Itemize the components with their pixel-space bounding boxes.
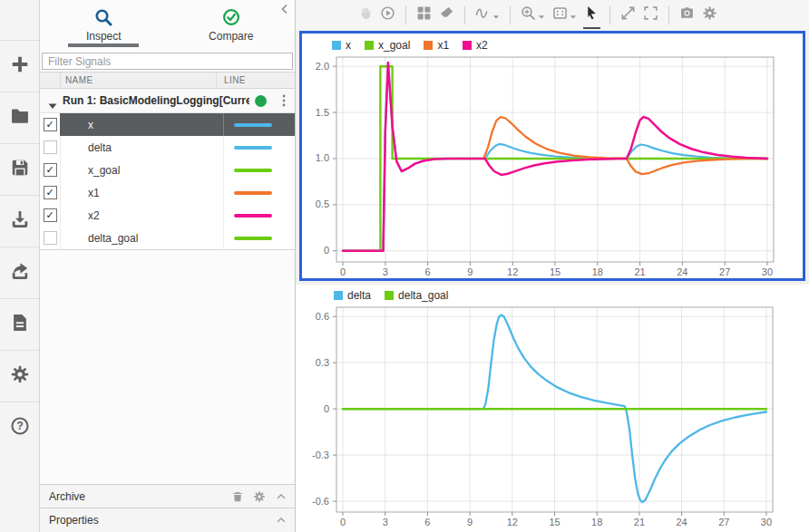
save-button[interactable] <box>0 143 39 195</box>
x-tick-label: 9 <box>467 266 473 277</box>
x-tick-label: 3 <box>383 517 388 527</box>
properties-section-header[interactable]: Properties <box>40 508 295 532</box>
signal-name: delta <box>88 141 112 154</box>
signal-wave-button[interactable] <box>472 3 503 27</box>
properties-collapse-icon[interactable] <box>275 514 288 527</box>
archive-label: Archive <box>49 490 85 503</box>
replay-button[interactable] <box>376 3 399 27</box>
y-tick-label: 0 <box>324 403 329 414</box>
dropdown-caret-icon[interactable] <box>538 7 545 24</box>
filter-signals-input[interactable] <box>42 53 293 70</box>
column-name[interactable]: NAME <box>60 73 216 88</box>
run-label: Run 1: BasicModelingLogging[Current] <box>63 94 249 107</box>
top-subplot-panel[interactable]: xx_goalx1x2 03691215182124273000.51.01.5… <box>299 31 805 281</box>
legend-item-x1: x1 <box>424 39 449 52</box>
signal-checkbox[interactable]: ✓ <box>44 208 57 222</box>
signal-checkbox[interactable] <box>44 140 57 154</box>
pointer-icon <box>584 5 599 24</box>
dropdown-caret-icon[interactable] <box>492 7 500 24</box>
layout-icon <box>416 5 432 24</box>
legend-swatch-icon <box>424 41 433 50</box>
settings-gear-button[interactable] <box>698 3 721 27</box>
zoom-in-button[interactable] <box>517 3 549 27</box>
x-tick-label: 21 <box>634 266 645 277</box>
clear-button[interactable] <box>435 3 458 27</box>
settings-gear-icon <box>702 5 717 24</box>
fullscreen-button[interactable] <box>639 3 662 27</box>
fullscreen-icon <box>643 5 658 24</box>
preferences-button[interactable] <box>0 350 39 401</box>
import-button[interactable] <box>0 195 39 247</box>
run-header-row[interactable]: Run 1: BasicModelingLogging[Current] <box>40 89 295 113</box>
pan-button <box>354 3 376 27</box>
fit-to-view-button[interactable] <box>549 3 580 27</box>
open-icon <box>10 106 30 130</box>
help-button[interactable]: ? <box>0 401 39 453</box>
app-toolstrip: ? <box>0 0 40 532</box>
signal-checkbox[interactable]: ✓ <box>44 186 57 199</box>
dropdown-caret-icon[interactable] <box>570 7 577 24</box>
open-button[interactable] <box>0 92 39 143</box>
snapshot-button[interactable] <box>676 3 698 27</box>
signal-line-swatch <box>234 169 272 172</box>
toolbar-separator <box>405 6 406 24</box>
clear-icon <box>439 5 454 24</box>
x-tick-label: 27 <box>719 266 730 277</box>
bottom-subplot-legend: deltadelta_goal <box>334 289 448 302</box>
plot-area: xx_goalx1x2 03691215182124273000.51.01.5… <box>296 0 809 532</box>
signal-row-x_goal[interactable]: ✓x_goal <box>40 159 295 181</box>
x-tick-label: 18 <box>592 266 603 277</box>
bottom-subplot-panel[interactable]: deltadelta_goal 036912151821242730-0.6-0… <box>296 285 809 532</box>
tab-inspect[interactable]: Inspect <box>40 0 168 50</box>
archive-gear-icon[interactable] <box>253 490 266 503</box>
x-tick-label: 27 <box>718 517 729 527</box>
bottom-subplot-canvas[interactable]: 036912151821242730-0.6-0.300.30.6 <box>296 285 809 532</box>
trash-icon[interactable] <box>231 490 244 503</box>
signal-row-x2[interactable]: ✓x2 <box>40 204 295 227</box>
add-button[interactable] <box>0 40 39 92</box>
svg-text:?: ? <box>16 420 24 432</box>
sidebar-collapse-icon[interactable] <box>278 2 292 16</box>
tab-inspect-label: Inspect <box>86 30 122 43</box>
legend-label: delta <box>347 289 371 302</box>
archive-section-header[interactable]: Archive <box>40 484 295 508</box>
export-icon <box>10 261 30 285</box>
zoom-in-icon <box>521 5 536 24</box>
signal-row-delta_goal[interactable]: delta_goal <box>40 227 295 250</box>
signal-row-delta[interactable]: delta <box>40 136 295 159</box>
signal-row-x1[interactable]: ✓x1 <box>40 181 295 204</box>
export-button[interactable] <box>0 247 39 298</box>
run-menu-kebab-icon[interactable] <box>277 93 291 108</box>
x-tick-label: 0 <box>340 517 346 527</box>
plot-toolbar <box>296 0 809 30</box>
signal-checkbox[interactable]: ✓ <box>44 118 57 131</box>
save-icon <box>10 158 30 181</box>
y-tick-label: 0.3 <box>316 357 329 368</box>
expand-icon <box>620 5 636 24</box>
top-subplot-canvas[interactable]: 03691215182124273000.51.01.52.0 <box>302 34 803 278</box>
run-expand-triangle-icon[interactable] <box>48 97 57 104</box>
expand-button[interactable] <box>617 3 639 27</box>
help-icon: ? <box>10 416 30 440</box>
x-tick-label: 15 <box>550 266 560 277</box>
layout-button[interactable] <box>413 3 435 27</box>
x-tick-label: 24 <box>676 517 687 527</box>
y-tick-label: 1.5 <box>316 107 329 118</box>
tab-compare[interactable]: Compare <box>168 0 296 50</box>
signal-checkbox[interactable] <box>44 231 57 245</box>
toolbar-separator <box>464 6 465 24</box>
x-tick-label: 30 <box>762 266 773 277</box>
pointer-button[interactable] <box>580 3 603 27</box>
x-tick-label: 9 <box>467 517 473 527</box>
legend-item-delta_goal: delta_goal <box>385 289 448 302</box>
signal-line-swatch <box>234 146 272 150</box>
column-line[interactable]: LINE <box>216 73 295 88</box>
signal-checkbox[interactable]: ✓ <box>44 163 57 177</box>
y-tick-label: 0 <box>324 245 329 256</box>
y-tick-label: 0.6 <box>316 311 329 322</box>
create-report-button[interactable] <box>0 298 39 350</box>
archive-collapse-icon[interactable] <box>275 490 288 503</box>
signal-row-x[interactable]: ✓x <box>40 113 295 136</box>
y-tick-label: 1.0 <box>316 152 329 163</box>
toolbar-separator <box>609 6 610 24</box>
